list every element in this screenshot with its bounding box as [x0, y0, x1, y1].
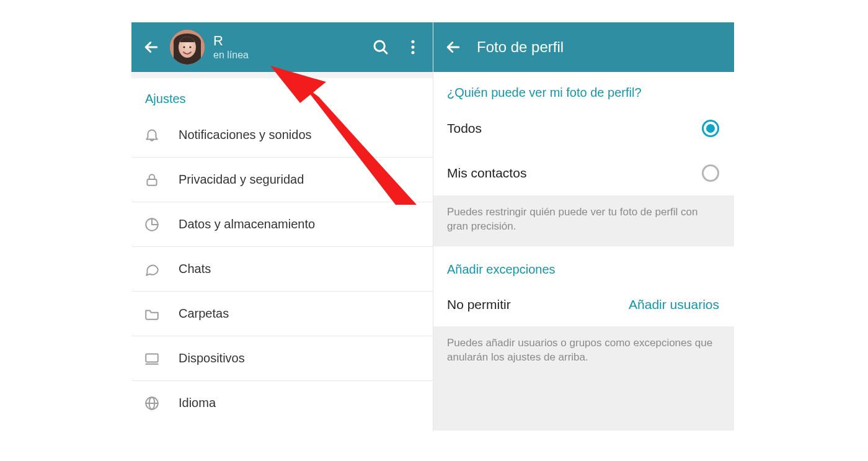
settings-item-folders[interactable]: Carpetas — [131, 291, 433, 336]
svg-point-7 — [412, 46, 415, 49]
back-button[interactable] — [138, 34, 165, 61]
chat-appbar: R en línea — [131, 22, 433, 72]
visibility-option-label: Todos — [447, 121, 482, 136]
visibility-question: ¿Quién puede ver mi foto de perfil? — [433, 72, 734, 106]
settings-item-label: Privacidad y seguridad — [179, 172, 422, 187]
settings-list: Notificaciones y sonidos Privacidad y se… — [131, 112, 433, 425]
data-icon — [144, 217, 179, 233]
radio-unselected — [702, 164, 719, 182]
avatar[interactable] — [170, 30, 205, 65]
settings-item-notifications[interactable]: Notificaciones y sonidos — [131, 112, 433, 157]
svg-rect-9 — [147, 179, 156, 185]
chat-icon — [144, 261, 179, 277]
profile-photo-privacy-screen: Foto de perfil ¿Quién puede ver mi foto … — [433, 22, 734, 431]
devices-icon — [144, 351, 179, 367]
svg-rect-11 — [146, 354, 158, 362]
back-button[interactable] — [440, 34, 467, 61]
settings-item-data[interactable]: Datos y almacenamiento — [131, 202, 433, 246]
arrow-left-icon — [444, 38, 463, 56]
two-phone-screens: R en línea Ajustes Notificaciones y soni… — [131, 22, 734, 431]
search-button[interactable] — [367, 34, 394, 61]
no-permit-label: No permitir — [447, 297, 511, 312]
settings-item-privacy[interactable]: Privacidad y seguridad — [131, 157, 433, 202]
settings-item-label: Carpetas — [179, 307, 422, 321]
svg-point-8 — [412, 51, 415, 54]
svg-point-3 — [189, 46, 191, 48]
visibility-option-label: Mis contactos — [447, 166, 526, 181]
settings-item-label: Idioma — [179, 396, 422, 410]
add-users-link[interactable]: Añadir usuarios — [629, 297, 719, 312]
exceptions-hint: Puedes añadir usuarios o grupos como exc… — [433, 326, 734, 431]
avatar-image — [170, 30, 205, 65]
search-icon — [371, 38, 390, 56]
bell-icon — [144, 127, 179, 143]
svg-line-5 — [383, 50, 387, 53]
settings-item-label: Chats — [179, 262, 422, 276]
settings-item-devices[interactable]: Dispositivos — [131, 336, 433, 380]
settings-item-label: Dispositivos — [179, 351, 422, 365]
folder-icon — [144, 306, 179, 322]
divider-gap — [131, 72, 433, 78]
lock-icon — [144, 172, 179, 188]
radio-selected — [702, 120, 719, 137]
settings-item-chats[interactable]: Chats — [131, 246, 433, 291]
settings-item-label: Notificaciones y sonidos — [179, 128, 422, 142]
visibility-option-everyone[interactable]: Todos — [433, 106, 734, 151]
svg-point-2 — [183, 46, 185, 48]
svg-point-6 — [412, 40, 415, 43]
exceptions-row[interactable]: No permitir Añadir usuarios — [433, 283, 734, 326]
settings-item-language[interactable]: Idioma — [131, 380, 433, 425]
more-menu-button[interactable] — [399, 34, 427, 61]
page-title: Foto de perfil — [477, 38, 564, 56]
user-meta[interactable]: R en línea — [213, 34, 362, 60]
exceptions-header: Añadir excepciones — [433, 246, 734, 283]
settings-screen: R en línea Ajustes Notificaciones y soni… — [131, 22, 433, 431]
privacy-appbar: Foto de perfil — [433, 22, 734, 72]
globe-icon — [144, 395, 179, 411]
settings-header: Ajustes — [131, 78, 433, 112]
user-status: en línea — [213, 49, 362, 61]
visibility-option-contacts[interactable]: Mis contactos — [433, 151, 734, 195]
visibility-hint: Puedes restringir quién puede ver tu fot… — [433, 195, 734, 246]
settings-item-label: Datos y almacenamiento — [179, 217, 422, 231]
arrow-left-icon — [142, 38, 161, 56]
user-name: R — [213, 34, 362, 48]
more-vertical-icon — [404, 38, 422, 56]
